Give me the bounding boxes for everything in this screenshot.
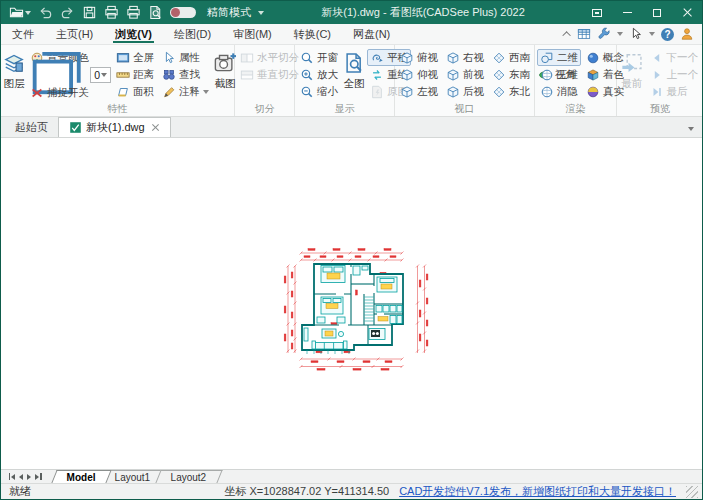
view-ne-button[interactable]: 东北 (489, 83, 533, 100)
group-label-viewport: 视口 (397, 102, 532, 116)
tab-file[interactable]: 文件 (1, 24, 45, 44)
cube-icon (446, 85, 460, 99)
view-front-button[interactable]: 前视 (443, 66, 487, 83)
sheet-tab-bar: Model Layout1 Layout2 (1, 469, 702, 483)
tab-convert[interactable]: 转换(C) (283, 24, 342, 44)
sheet-tab-model[interactable]: Model (51, 470, 111, 483)
render-hidden-button[interactable]: 消隐 (537, 83, 581, 100)
preview-box-icon (621, 52, 643, 74)
close-button[interactable] (672, 1, 702, 24)
diamond-icon (492, 85, 506, 99)
ribbon-group-properties: 图层 背景颜色 0 捕捉开关 (1, 45, 235, 116)
select-cursor-icon[interactable] (629, 27, 643, 41)
view-back-button[interactable]: 后视 (443, 83, 487, 100)
float-window-button[interactable] (582, 1, 612, 24)
user-account-icon[interactable] (680, 27, 694, 41)
tab-browse[interactable]: 浏览(V) (104, 24, 163, 44)
render-2d-button[interactable]: 二维 (537, 49, 581, 66)
distance-button[interactable]: 距离 (113, 66, 157, 83)
undo-button[interactable] (38, 5, 53, 20)
annotate-button[interactable]: 注释 (159, 83, 212, 100)
toggle-knob (171, 8, 180, 17)
screenshot-button[interactable]: 截图 (214, 47, 236, 102)
tab-document[interactable]: 新块(1).dwg (58, 117, 171, 137)
maximize-icon (653, 9, 661, 17)
cube-icon (400, 51, 414, 65)
help-button[interactable]: ? (661, 28, 674, 41)
tab-netdisk[interactable]: 网盘(N) (342, 24, 401, 44)
zoom-out-button[interactable]: 缩小 (297, 83, 341, 100)
fullscreen-button[interactable]: 全屏 (113, 49, 157, 66)
zoom-in-button[interactable]: 放大 (297, 66, 341, 83)
preview-first-button[interactable]: 最前 (619, 47, 645, 102)
print-preview-button[interactable] (148, 5, 163, 20)
view-top-button[interactable]: 俯视 (397, 49, 441, 66)
horizontal-split-button[interactable]: 水平切分 (237, 49, 302, 66)
document-tab-label: 新块(1).dwg (86, 120, 145, 135)
snap-toggle-button[interactable]: 捕捉开关 (27, 84, 111, 101)
minimize-button[interactable] (612, 1, 642, 24)
tab-draw[interactable]: 绘图(D) (163, 24, 222, 44)
redraw-icon (370, 68, 384, 82)
area-button[interactable]: 面积 (113, 83, 157, 100)
triangle-left-icon (650, 51, 664, 65)
triangle-right-bar-icon (650, 85, 664, 99)
fit-all-button[interactable]: 全图 (343, 47, 365, 102)
layers-button[interactable]: 图层 (3, 47, 25, 102)
snap-x-icon (30, 86, 44, 100)
next-sheet-button[interactable] (27, 474, 31, 480)
prev-sheet-button[interactable] (19, 474, 23, 480)
view-sw-button[interactable]: 西南 (489, 49, 533, 66)
ribbon-group-render: 二维 概念 三维 着色 消隐 真实 渲染 (535, 45, 617, 116)
layer-combobox[interactable]: 0 (27, 67, 111, 83)
maximize-button[interactable] (642, 1, 672, 24)
collapse-ribbon-icon[interactable] (562, 31, 570, 39)
drawing-canvas[interactable] (1, 138, 702, 469)
ribbon-group-display: 开窗 放大 缩小 全图 (295, 45, 395, 116)
simple-mode-toggle[interactable] (170, 7, 196, 18)
window-title: 新块(1).dwg - 看图纸(CADSee Plus) 2022 (264, 5, 582, 20)
floor-plan-drawing (281, 246, 431, 376)
render-3d-button[interactable]: 三维 (537, 66, 581, 83)
table-view-icon[interactable] (577, 27, 591, 41)
find-button[interactable]: 查找 (159, 66, 212, 83)
last-sheet-button[interactable] (35, 473, 41, 480)
zoom-window-button[interactable]: 开窗 (297, 49, 341, 66)
tools-wrench-icon[interactable] (597, 27, 611, 41)
view-left-button[interactable]: 左视 (397, 83, 441, 100)
preview-last-button[interactable]: 最后 (647, 83, 702, 100)
batch-print-button[interactable] (126, 5, 141, 20)
cursor-caret-icon[interactable] (649, 32, 655, 36)
layer-combobox-caret-icon[interactable] (101, 73, 107, 77)
minimize-icon (623, 12, 632, 13)
annotate-caret-icon[interactable] (203, 90, 209, 94)
redo-button[interactable] (60, 5, 75, 20)
preview-prev-button[interactable]: 上一个 (647, 66, 702, 83)
coordinates-readout: 坐标 X=1028847.02 Y=411314.50 (224, 484, 389, 499)
tab-start-page[interactable]: 起始页 (5, 117, 58, 137)
tab-home[interactable]: 主页(H) (45, 24, 104, 44)
vertical-split-button[interactable]: 垂直切分 (237, 66, 302, 83)
tab-list-caret[interactable] (688, 121, 702, 137)
tools-caret-icon[interactable] (617, 32, 623, 36)
properties-button[interactable]: 属性 (159, 49, 212, 66)
sphere-icon (540, 85, 554, 99)
news-link[interactable]: CAD开发控件V7.1发布，新增图纸打印和大量开发接口！ (399, 484, 676, 499)
tab-review[interactable]: 审图(M) (222, 24, 283, 44)
print-button[interactable] (104, 5, 119, 20)
view-se-button[interactable]: 东南 (489, 66, 533, 83)
view-bottom-button[interactable]: 仰视 (397, 66, 441, 83)
screen-icon (116, 51, 130, 65)
original-page-icon (370, 85, 384, 99)
first-sheet-button[interactable] (9, 473, 15, 480)
view-right-button[interactable]: 右视 (443, 49, 487, 66)
resize-grip[interactable] (686, 486, 698, 498)
close-tab-icon[interactable] (152, 124, 160, 132)
preview-next-button[interactable]: 下一个 (647, 49, 702, 66)
titlebar: 精简模式 新块(1).dwg - 看图纸(CADSee Plus) 2022 (1, 1, 702, 24)
close-icon (683, 8, 692, 17)
sheet-tab-layout2[interactable]: Layout2 (155, 470, 222, 483)
group-label-properties: 特性 (3, 102, 232, 116)
layers-icon (3, 52, 25, 74)
group-label-display: 显示 (297, 102, 392, 116)
